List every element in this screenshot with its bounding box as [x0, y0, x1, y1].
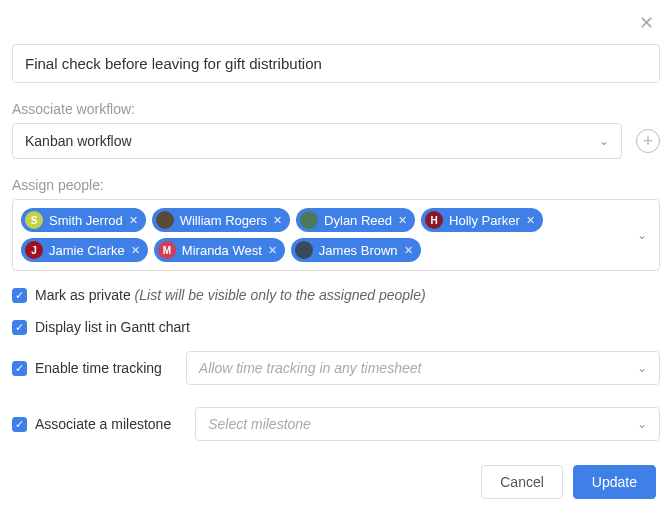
person-chip[interactable]: JJamie Clarke✕	[21, 238, 148, 262]
avatar	[156, 211, 174, 229]
cancel-button[interactable]: Cancel	[481, 465, 563, 499]
person-chip[interactable]: Dylan Reed✕	[296, 208, 415, 232]
time-tracking-checkbox[interactable]: ✓	[12, 361, 27, 376]
remove-person-icon[interactable]: ✕	[273, 214, 282, 227]
gantt-checkbox[interactable]: ✓	[12, 320, 27, 335]
title-input[interactable]	[12, 44, 660, 83]
avatar: H	[425, 211, 443, 229]
private-checkbox[interactable]: ✓	[12, 288, 27, 303]
avatar	[295, 241, 313, 259]
time-tracking-placeholder: Allow time tracking in any timesheet	[199, 360, 422, 376]
gantt-label: Display list in Gantt chart	[35, 319, 190, 335]
chevron-down-icon: ⌄	[637, 417, 647, 431]
chevron-down-icon: ⌄	[599, 134, 609, 148]
avatar: J	[25, 241, 43, 259]
person-name: James Brown	[319, 243, 398, 258]
chevron-down-icon: ⌄	[637, 361, 647, 375]
remove-person-icon[interactable]: ✕	[131, 244, 140, 257]
add-workflow-button[interactable]: +	[636, 129, 660, 153]
person-name: Holly Parker	[449, 213, 520, 228]
assign-label: Assign people:	[12, 177, 660, 193]
time-tracking-label: Enable time tracking	[35, 360, 162, 376]
remove-person-icon[interactable]: ✕	[129, 214, 138, 227]
person-chip[interactable]: SSmith Jerrod✕	[21, 208, 146, 232]
person-name: Smith Jerrod	[49, 213, 123, 228]
avatar: M	[158, 241, 176, 259]
person-chip[interactable]: James Brown✕	[291, 238, 421, 262]
workflow-select[interactable]: Kanban workflow ⌄	[12, 123, 622, 159]
close-icon[interactable]: ✕	[639, 14, 654, 32]
milestone-label: Associate a milestone	[35, 416, 171, 432]
chevron-down-icon: ⌄	[637, 228, 647, 242]
milestone-placeholder: Select milestone	[208, 416, 311, 432]
remove-person-icon[interactable]: ✕	[526, 214, 535, 227]
person-name: Miranda West	[182, 243, 262, 258]
assign-people-select[interactable]: SSmith Jerrod✕William Rogers✕Dylan Reed✕…	[12, 199, 660, 271]
avatar	[300, 211, 318, 229]
milestone-checkbox[interactable]: ✓	[12, 417, 27, 432]
private-label: Mark as private (List will be visible on…	[35, 287, 426, 303]
person-name: Jamie Clarke	[49, 243, 125, 258]
update-button[interactable]: Update	[573, 465, 656, 499]
remove-person-icon[interactable]: ✕	[268, 244, 277, 257]
time-tracking-select[interactable]: Allow time tracking in any timesheet ⌄	[186, 351, 660, 385]
avatar: S	[25, 211, 43, 229]
workflow-label: Associate workflow:	[12, 101, 660, 117]
person-chip[interactable]: William Rogers✕	[152, 208, 290, 232]
person-chip[interactable]: MMiranda West✕	[154, 238, 285, 262]
remove-person-icon[interactable]: ✕	[398, 214, 407, 227]
milestone-select[interactable]: Select milestone ⌄	[195, 407, 660, 441]
workflow-selected-value: Kanban workflow	[25, 133, 132, 149]
remove-person-icon[interactable]: ✕	[404, 244, 413, 257]
person-name: William Rogers	[180, 213, 267, 228]
person-chip[interactable]: HHolly Parker✕	[421, 208, 543, 232]
person-name: Dylan Reed	[324, 213, 392, 228]
